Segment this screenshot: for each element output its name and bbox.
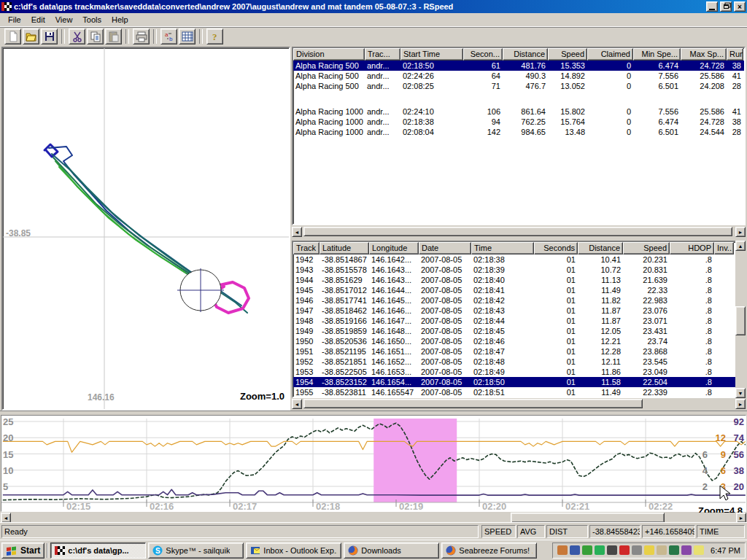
table-row[interactable]: Alpha Racing 500andr...02:08:2571476.713…: [293, 81, 744, 91]
tray-call-icon[interactable]: [607, 545, 617, 555]
minimize-button[interactable]: [706, 1, 718, 12]
table-row[interactable]: 1944-38.851629146.1643...2007-08-0502:18…: [293, 275, 744, 285]
scrollbar-thumb[interactable]: [303, 399, 643, 408]
table-row[interactable]: Alpha Racing 500andr...02:24:2664490.314…: [293, 71, 744, 81]
start-button[interactable]: Start: [1, 542, 44, 559]
scroll-left-icon[interactable]: ◄: [1, 513, 11, 523]
table-row[interactable]: 1948-38.8519166146.1647...2007-08-0502:1…: [293, 316, 744, 326]
runs-hscrollbar[interactable]: ◄ ►: [292, 226, 746, 238]
tray-netchart-icon[interactable]: [669, 545, 679, 555]
column-header[interactable]: Max Sp...: [681, 48, 727, 61]
table-cell: 15.353: [548, 61, 587, 71]
taskbar-task-skype[interactable]: SSkype™ - sailquik: [148, 542, 244, 559]
tray-mobile-icon[interactable]: [681, 545, 692, 555]
tray-shield-icon[interactable]: [582, 545, 592, 555]
track-hscrollbar[interactable]: ◄ ►: [292, 398, 746, 410]
table-row[interactable]: 1947-38.8518462146.1646...2007-08-0502:1…: [293, 306, 744, 316]
map-panel[interactable]: -38.85 146.16 Zoom=1.0: [1, 47, 290, 411]
table-row[interactable]: 1942-38.8514867146.1642...2007-08-0502:1…: [293, 254, 744, 265]
column-header[interactable]: Division: [293, 48, 365, 61]
app-icon: [1, 1, 12, 12]
close-button[interactable]: ×: [734, 1, 746, 12]
save-button[interactable]: [41, 28, 58, 44]
copy-button[interactable]: [87, 28, 104, 44]
table-row[interactable]: Alpha Racing 500andr...02:18:5061481.761…: [293, 61, 744, 71]
scrollbar-thumb[interactable]: [511, 513, 665, 523]
track-vscrollbar[interactable]: ▲ ▼: [735, 241, 746, 398]
cut-button[interactable]: [69, 28, 85, 44]
scrollbar-thumb[interactable]: [303, 227, 732, 236]
table-row[interactable]: 1951-38.8521195146.1651...2007-08-0502:1…: [293, 346, 744, 357]
column-header[interactable]: HDOP: [670, 242, 714, 254]
table-row[interactable]: 1952-38.8521851146.1652...2007-08-0502:1…: [293, 357, 744, 367]
column-header[interactable]: Distance: [503, 48, 548, 61]
tray-pointer-icon[interactable]: [657, 545, 667, 555]
table-row[interactable]: 1943-38.8515578146.1643...2007-08-0502:1…: [293, 265, 744, 275]
tray-folder-icon[interactable]: [694, 545, 704, 555]
scroll-up-icon[interactable]: ▲: [735, 241, 746, 251]
taskbar-task-rspeed[interactable]: c:\df's data\gp...: [50, 542, 146, 559]
table-row[interactable]: Alpha Racing 1000andr...02:08:04142984.6…: [293, 127, 744, 137]
column-header[interactable]: Speed: [623, 242, 670, 254]
open-button[interactable]: [23, 28, 39, 44]
menu-view[interactable]: View: [50, 14, 78, 26]
scroll-right-icon[interactable]: ►: [735, 399, 746, 409]
column-header[interactable]: Secon...: [463, 48, 503, 61]
column-header[interactable]: Track: [293, 242, 320, 254]
tray-messenger-icon[interactable]: [595, 545, 605, 555]
scroll-right-icon[interactable]: ►: [736, 513, 746, 523]
table-row[interactable]: 1950-38.8520536146.1650...2007-08-0502:1…: [293, 336, 744, 346]
column-header[interactable]: Speed: [548, 48, 587, 61]
table-row[interactable]: 1954-38.8523152146.1654...2007-08-0502:1…: [293, 377, 744, 387]
graph-hscrollbar[interactable]: ◄ ►: [1, 513, 746, 523]
table-cell: 146.1651...: [369, 346, 419, 357]
help-button[interactable]: ?: [206, 28, 223, 44]
table-row[interactable]: 1946-38.8517741146.1645...2007-08-0502:1…: [293, 295, 744, 306]
scroll-left-icon[interactable]: ◄: [292, 399, 302, 409]
column-header[interactable]: Run: [727, 48, 743, 61]
paste-button[interactable]: [105, 28, 122, 44]
column-header[interactable]: Distance: [578, 242, 623, 254]
column-header[interactable]: Time: [471, 242, 534, 254]
map-longitude-label: 146.16: [88, 392, 115, 402]
graph-plot[interactable]: 02:1502:1602:1702:1802:1902:2002:2102:22…: [1, 415, 746, 512]
menu-tools[interactable]: Tools: [77, 14, 107, 26]
tray-error-icon[interactable]: [619, 545, 630, 555]
tray-disc-icon[interactable]: [632, 545, 642, 555]
tray-display-icon[interactable]: [570, 545, 580, 555]
column-header[interactable]: Min Spe...: [633, 48, 681, 61]
taskbar-task-outlook[interactable]: Inbox - Outlook Exp...: [246, 542, 341, 559]
restore-button[interactable]: [720, 1, 732, 12]
column-header[interactable]: Date: [419, 242, 471, 254]
menu-help[interactable]: Help: [107, 14, 133, 26]
column-header[interactable]: Start Time: [400, 48, 463, 61]
scrollbar-thumb[interactable]: [735, 306, 746, 335]
column-header[interactable]: Inv..: [714, 242, 734, 254]
table-row[interactable]: 1955-38.8523811146.1655472007-08-0502:18…: [293, 387, 744, 397]
scroll-down-icon[interactable]: ▼: [735, 388, 746, 398]
tray-java-icon[interactable]: [557, 545, 568, 555]
scroll-left-icon[interactable]: ◄: [292, 227, 302, 237]
scroll-right-icon[interactable]: ►: [735, 227, 746, 237]
table-row[interactable]: 1945-38.8517012146.1644...2007-08-0502:1…: [293, 285, 744, 295]
tray-battery-icon[interactable]: [644, 545, 654, 555]
table-row[interactable]: Alpha Racing 1000andr...02:18:3894762.25…: [293, 117, 744, 127]
sort-button[interactable]: ab: [160, 28, 177, 44]
column-header[interactable]: Latitude: [320, 242, 369, 254]
table-row[interactable]: 1953-38.8522505146.1653...2007-08-0502:1…: [293, 367, 744, 377]
column-header[interactable]: Longitude: [369, 242, 419, 254]
menu-file[interactable]: File: [3, 14, 26, 26]
title-bar[interactable]: c:\df's data\gps trackmaker\saveddata\co…: [0, 0, 747, 13]
table-row[interactable]: 1949-38.8519859146.1648...2007-08-0502:1…: [293, 326, 744, 336]
new-button[interactable]: [4, 28, 21, 44]
taskbar-task-firefox[interactable]: Seabreeze Forums! ...: [441, 542, 537, 559]
column-header[interactable]: Trac...: [365, 48, 400, 61]
column-header[interactable]: Claimed: [587, 48, 633, 61]
column-header[interactable]: Seconds: [534, 242, 578, 254]
table-row[interactable]: Alpha Racing 1000andr...02:24:10106861.6…: [293, 106, 744, 117]
print-button[interactable]: [133, 28, 150, 44]
table-button[interactable]: [179, 28, 196, 44]
menu-edit[interactable]: Edit: [26, 14, 50, 26]
taskbar-task-firefox[interactable]: Downloads: [344, 542, 439, 559]
runs-table: DivisionTrac...Start TimeSecon...Distanc…: [292, 47, 746, 225]
